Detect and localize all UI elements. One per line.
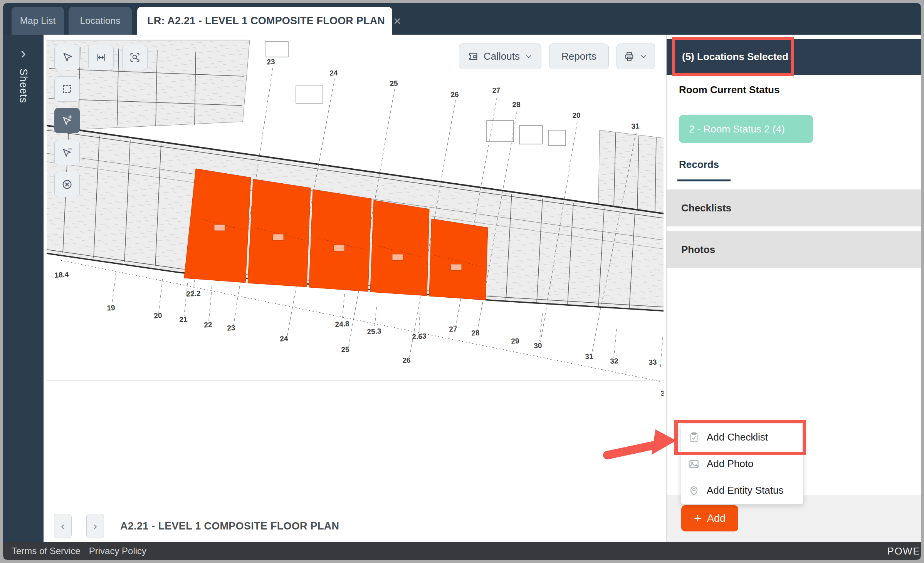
selected-location-room-3[interactable]	[309, 189, 371, 292]
locations-selected-annotation: (5) Locations Selected	[672, 37, 794, 76]
tab-records[interactable]: Records	[679, 159, 719, 171]
add-button-label: Add	[707, 513, 726, 524]
locations-selected-header: (5) Locations Selected	[682, 51, 788, 63]
chevron-down-icon	[639, 52, 648, 61]
room-current-status-label: Room Current Status	[679, 84, 780, 96]
add-checklist-label: Add Checklist	[707, 431, 768, 443]
chevron-right-icon: ›	[93, 519, 97, 533]
floor-plan-drawing	[47, 38, 664, 396]
select-tool-button[interactable]	[54, 45, 80, 70]
cursor-minus-icon	[61, 147, 73, 158]
records-tab-underline	[677, 179, 731, 181]
cursor-icon	[62, 52, 72, 63]
terms-of-service-link[interactable]: Terms of Service	[12, 546, 81, 556]
marquee-icon	[62, 84, 72, 94]
locations-panel: (5) Locations Selected Room Current Stat…	[666, 35, 921, 542]
tab-locations-label: Locations	[80, 15, 121, 26]
remove-select-tool-button[interactable]	[54, 140, 80, 165]
selected-location-room-4[interactable]	[370, 200, 429, 296]
deselect-all-tool-button[interactable]	[54, 172, 80, 197]
cursor-plus-icon	[61, 115, 73, 126]
zoom-area-tool-button[interactable]	[122, 45, 148, 70]
tab-active-sheet[interactable]: LR: A2.21 - LEVEL 1 COMPOSITE FLOOR PLAN…	[137, 7, 392, 35]
tab-map-list-label: Map List	[20, 15, 56, 26]
powered-by-text: POWE	[887, 545, 920, 557]
app-window: Map List Locations LR: A2.21 - LEVEL 1 C…	[3, 3, 921, 560]
add-select-tool-button[interactable]	[54, 108, 80, 133]
photo-icon	[688, 458, 700, 470]
panel-header: (5) Locations Selected	[667, 39, 921, 75]
section-checklists[interactable]: Checklists	[667, 189, 921, 226]
menu-item-add-entity-status[interactable]: Add Entity Status	[681, 477, 803, 504]
footer-bar: Terms of Service Privacy Policy POWE	[3, 542, 921, 560]
zoom-area-icon	[129, 52, 140, 63]
marquee-select-tool-button[interactable]	[54, 76, 80, 102]
chevron-down-icon	[524, 52, 533, 61]
top-nav-bar: Map List Locations LR: A2.21 - LEVEL 1 C…	[3, 3, 921, 35]
add-context-menu: Add Checklist Add Photo Add Entity Statu…	[681, 424, 803, 504]
tab-locations[interactable]: Locations	[69, 7, 132, 35]
printer-icon	[624, 51, 635, 62]
next-sheet-button[interactable]: ›	[86, 514, 104, 538]
menu-item-add-photo[interactable]: Add Photo	[681, 451, 803, 477]
sheets-rail: › Sheets	[3, 35, 44, 542]
sheets-rail-label: Sheets	[17, 69, 29, 103]
add-button[interactable]: + Add	[681, 505, 738, 531]
active-tab-label: LR: A2.21 - LEVEL 1 COMPOSITE FLOOR PLAN	[147, 15, 385, 27]
clipboard-check-icon	[688, 432, 700, 443]
circle-x-icon	[61, 179, 73, 190]
location-pin-icon	[688, 485, 700, 496]
sheet-title: A2.21 - LEVEL 1 COMPOSITE FLOOR PLAN	[120, 520, 339, 532]
measure-icon	[96, 52, 106, 63]
reports-button[interactable]: Reports	[549, 44, 609, 69]
chevron-right-icon[interactable]: ›	[3, 45, 44, 61]
close-icon[interactable]: ×	[393, 14, 401, 27]
add-entity-status-label: Add Entity Status	[707, 484, 783, 496]
section-photos[interactable]: Photos	[667, 231, 921, 268]
print-button[interactable]	[617, 44, 655, 69]
callouts-button[interactable]: Callouts	[459, 44, 541, 69]
callouts-icon	[467, 51, 479, 62]
selected-location-room-5[interactable]	[429, 219, 488, 300]
measure-tool-button[interactable]	[88, 45, 114, 70]
reports-label: Reports	[561, 50, 596, 62]
canvas-divider	[47, 380, 664, 381]
floor-plan-canvas[interactable]: 232425262728203118.419202122.222232424.8…	[44, 35, 666, 542]
checklists-section-label: Checklists	[681, 202, 731, 214]
sheet-nav: ‹ › A2.21 - LEVEL 1 COMPOSITE FLOOR PLAN	[54, 514, 339, 538]
add-photo-label: Add Photo	[707, 458, 753, 470]
screenshot-frame: Map List Locations LR: A2.21 - LEVEL 1 C…	[0, 0, 924, 563]
callouts-label: Callouts	[484, 50, 520, 62]
photos-section-label: Photos	[681, 244, 715, 256]
room-status-badge-label: 2 - Room Status 2 (4)	[689, 123, 785, 135]
tab-map-list[interactable]: Map List	[12, 7, 64, 35]
room-status-badge: 2 - Room Status 2 (4)	[679, 115, 813, 143]
prev-sheet-button[interactable]: ‹	[54, 514, 72, 538]
privacy-policy-link[interactable]: Privacy Policy	[89, 546, 146, 556]
plus-icon: +	[694, 511, 702, 524]
chevron-left-icon: ‹	[61, 519, 65, 533]
menu-item-add-checklist[interactable]: Add Checklist	[681, 424, 803, 451]
selected-location-room-2[interactable]	[248, 179, 311, 287]
